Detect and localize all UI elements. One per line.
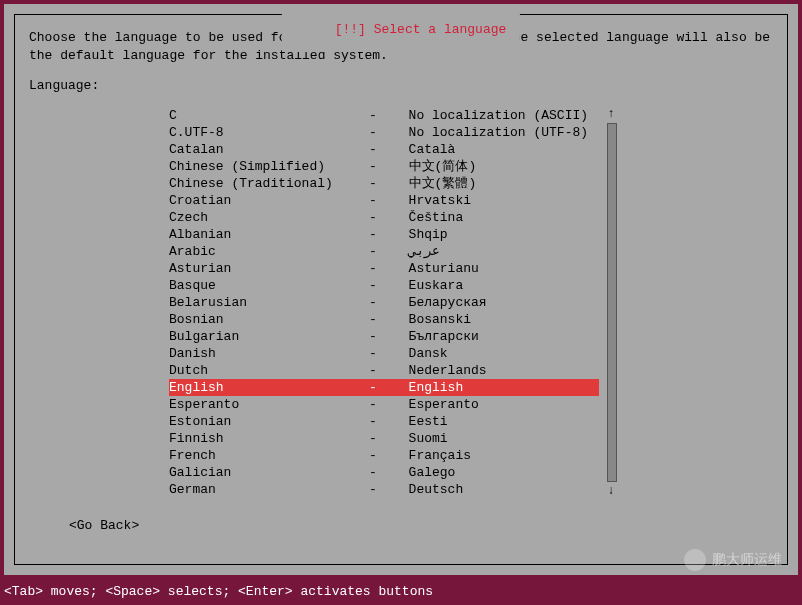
language-native: Eesti xyxy=(393,413,599,430)
language-option[interactable]: Asturian- Asturianu xyxy=(169,260,599,277)
language-native: Hrvatski xyxy=(393,192,599,209)
language-option[interactable]: Esperanto- Esperanto xyxy=(169,396,599,413)
language-native: Shqip xyxy=(393,226,599,243)
language-option[interactable]: Belarusian- Беларуская xyxy=(169,294,599,311)
watermark-text: 鹏大师运维 xyxy=(712,551,782,569)
language-name: Albanian xyxy=(169,226,369,243)
separator: - xyxy=(369,396,393,413)
language-native: English xyxy=(393,379,599,396)
language-native: Galego xyxy=(393,464,599,481)
separator: - xyxy=(369,124,393,141)
language-name: Basque xyxy=(169,277,369,294)
language-option[interactable]: Danish- Dansk xyxy=(169,345,599,362)
language-name: Galician xyxy=(169,464,369,481)
watermark-icon xyxy=(684,549,706,571)
language-name: C.UTF-8 xyxy=(169,124,369,141)
scroll-down-arrow-icon[interactable]: ↓ xyxy=(605,484,617,498)
language-name: English xyxy=(169,379,369,396)
separator: - xyxy=(369,430,393,447)
language-name: C xyxy=(169,107,369,124)
language-native: Bosanski xyxy=(393,311,599,328)
scrollbar-track[interactable] xyxy=(607,123,617,482)
separator: - xyxy=(369,175,393,192)
dialog-frame: [!!] Select a language Choose the langua… xyxy=(14,14,788,565)
language-native: 中文(繁體) xyxy=(393,175,599,192)
language-native: Català xyxy=(393,141,599,158)
language-native: Euskara xyxy=(393,277,599,294)
language-name: Dutch xyxy=(169,362,369,379)
language-option[interactable]: Bosnian- Bosanski xyxy=(169,311,599,328)
language-option[interactable]: C.UTF-8- No localization (UTF-8) xyxy=(169,124,599,141)
language-native: عربي xyxy=(393,243,599,260)
scroll-up-arrow-icon[interactable]: ↑ xyxy=(605,107,617,121)
field-label: Language: xyxy=(29,78,773,93)
dialog-outer: [!!] Select a language Choose the langua… xyxy=(4,4,798,575)
separator: - xyxy=(369,311,393,328)
language-native: Български xyxy=(393,328,599,345)
separator: - xyxy=(369,209,393,226)
separator: - xyxy=(369,260,393,277)
language-option[interactable]: Finnish- Suomi xyxy=(169,430,599,447)
language-option[interactable]: Albanian- Shqip xyxy=(169,226,599,243)
language-native: No localization (UTF-8) xyxy=(393,124,599,141)
language-option[interactable]: English- English xyxy=(169,379,599,396)
language-name: Chinese (Simplified) xyxy=(169,158,369,175)
language-name: Chinese (Traditional) xyxy=(169,175,369,192)
language-native: Deutsch xyxy=(393,481,599,498)
separator: - xyxy=(369,447,393,464)
language-name: Croatian xyxy=(169,192,369,209)
separator: - xyxy=(369,141,393,158)
language-option[interactable]: Arabic- عربي xyxy=(169,243,599,260)
title-text: Select a language xyxy=(374,22,507,37)
separator: - xyxy=(369,464,393,481)
language-native: Français xyxy=(393,447,599,464)
language-option[interactable]: C- No localization (ASCII) xyxy=(169,107,599,124)
language-native: Asturianu xyxy=(393,260,599,277)
language-name: Catalan xyxy=(169,141,369,158)
language-name: Bosnian xyxy=(169,311,369,328)
separator: - xyxy=(369,362,393,379)
go-back-button[interactable]: <Go Back> xyxy=(69,518,139,533)
language-name: Estonian xyxy=(169,413,369,430)
language-list[interactable]: ↑ ↓ C- No localization (ASCII)C.UTF-8- N… xyxy=(169,107,599,498)
separator: - xyxy=(369,345,393,362)
separator: - xyxy=(369,107,393,124)
language-native: Беларуская xyxy=(393,294,599,311)
language-name: Czech xyxy=(169,209,369,226)
language-name: Finnish xyxy=(169,430,369,447)
separator: - xyxy=(369,192,393,209)
language-option[interactable]: Bulgarian- Български xyxy=(169,328,599,345)
dialog-title: [!!] Select a language xyxy=(282,7,520,52)
language-option[interactable]: Czech- Čeština xyxy=(169,209,599,226)
language-name: Belarusian xyxy=(169,294,369,311)
language-option[interactable]: Dutch- Nederlands xyxy=(169,362,599,379)
language-option[interactable]: Estonian- Eesti xyxy=(169,413,599,430)
separator: - xyxy=(369,158,393,175)
separator: - xyxy=(369,328,393,345)
separator: - xyxy=(369,243,393,260)
language-option[interactable]: Basque- Euskara xyxy=(169,277,599,294)
keybinding-hint: <Tab> moves; <Space> selects; <Enter> ac… xyxy=(4,584,798,599)
separator: - xyxy=(369,413,393,430)
language-name: Esperanto xyxy=(169,396,369,413)
language-option[interactable]: Catalan- Català xyxy=(169,141,599,158)
language-name: Arabic xyxy=(169,243,369,260)
language-name: French xyxy=(169,447,369,464)
language-option[interactable]: Chinese (Traditional)- 中文(繁體) xyxy=(169,175,599,192)
separator: - xyxy=(369,277,393,294)
language-name: Bulgarian xyxy=(169,328,369,345)
language-option[interactable]: Croatian- Hrvatski xyxy=(169,192,599,209)
separator: - xyxy=(369,379,393,396)
separator: - xyxy=(369,481,393,498)
language-option[interactable]: Chinese (Simplified)- 中文(简体) xyxy=(169,158,599,175)
language-native: 中文(简体) xyxy=(393,158,599,175)
language-native: Čeština xyxy=(393,209,599,226)
language-option[interactable]: Galician- Galego xyxy=(169,464,599,481)
language-name: Asturian xyxy=(169,260,369,277)
language-native: Nederlands xyxy=(393,362,599,379)
language-name: German xyxy=(169,481,369,498)
language-option[interactable]: French- Français xyxy=(169,447,599,464)
title-marker: [!!] xyxy=(335,22,374,37)
language-option[interactable]: German- Deutsch xyxy=(169,481,599,498)
language-native: No localization (ASCII) xyxy=(393,107,599,124)
